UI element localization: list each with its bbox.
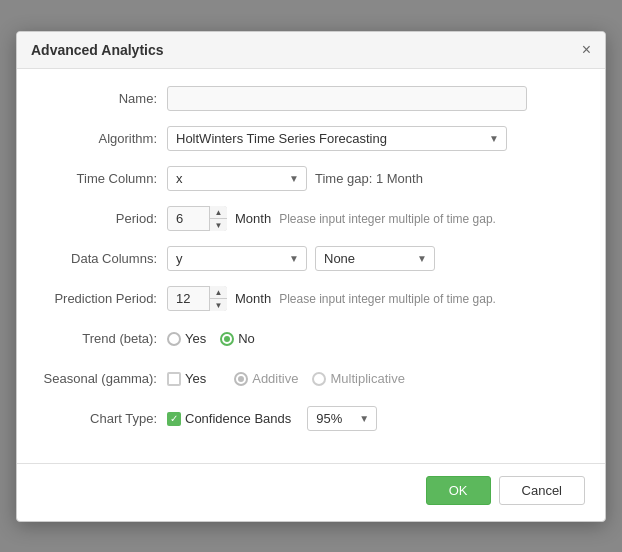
trend-no-radio[interactable] (220, 332, 234, 346)
seasonal-multiplicative-label[interactable]: Multiplicative (312, 371, 404, 386)
seasonal-additive-text: Additive (252, 371, 298, 386)
seasonal-type-group: Additive Multiplicative (234, 371, 405, 386)
time-column-select[interactable]: x (167, 166, 307, 191)
title-bar: Advanced Analytics × (17, 32, 605, 69)
algorithm-label: Algorithm: (37, 131, 167, 146)
seasonal-multiplicative-text: Multiplicative (330, 371, 404, 386)
period-hint: Please input integer multiple of time ga… (279, 212, 496, 226)
trend-yes-text: Yes (185, 331, 206, 346)
seasonal-additive-label[interactable]: Additive (234, 371, 298, 386)
period-spinner-arrows: ▲ ▼ (209, 206, 227, 231)
seasonal-control: Yes Additive Multiplicative (167, 371, 585, 386)
chart-type-label: Chart Type: (37, 411, 167, 426)
dialog-footer: OK Cancel (17, 463, 605, 521)
chart-type-control: Confidence Bands 95% 90% 99% ▼ (167, 406, 585, 431)
data-columns-row: Data Columns: y ▼ None ▼ (37, 245, 585, 273)
period-spinner: ▲ ▼ (167, 206, 227, 231)
trend-row: Trend (beta): Yes No (37, 325, 585, 353)
seasonal-yes-text: Yes (185, 371, 206, 386)
data-columns-label: Data Columns: (37, 251, 167, 266)
confidence-pct-select[interactable]: 95% 90% 99% (307, 406, 377, 431)
period-control: ▲ ▼ Month Please input integer multiple … (167, 206, 585, 231)
seasonal-multiplicative-radio[interactable] (312, 372, 326, 386)
algorithm-select[interactable]: HoltWinters Time Series Forecasting (167, 126, 507, 151)
time-column-select-wrapper: x ▼ (167, 166, 307, 191)
dialog-title: Advanced Analytics (31, 42, 164, 58)
prediction-up-arrow[interactable]: ▲ (210, 286, 227, 299)
trend-yes-radio[interactable] (167, 332, 181, 346)
trend-label: Trend (beta): (37, 331, 167, 346)
prediction-control: ▲ ▼ Month Please input integer multiple … (167, 286, 585, 311)
close-button[interactable]: × (582, 42, 591, 58)
name-input[interactable] (167, 86, 527, 111)
cancel-button[interactable]: Cancel (499, 476, 585, 505)
data-column-select-wrapper: y ▼ (167, 246, 307, 271)
seasonal-label: Seasonal (gamma): (37, 371, 167, 386)
trend-control: Yes No (167, 331, 585, 346)
prediction-row: Prediction Period: ▲ ▼ Month Please inpu… (37, 285, 585, 313)
period-down-arrow[interactable]: ▼ (210, 219, 227, 231)
prediction-unit: Month (235, 291, 271, 306)
none-select[interactable]: None (315, 246, 435, 271)
seasonal-additive-radio[interactable] (234, 372, 248, 386)
prediction-label: Prediction Period: (37, 291, 167, 306)
prediction-spinner: ▲ ▼ (167, 286, 227, 311)
ok-button[interactable]: OK (426, 476, 491, 505)
data-column-select[interactable]: y (167, 246, 307, 271)
time-column-control: x ▼ Time gap: 1 Month (167, 166, 585, 191)
seasonal-row: Seasonal (gamma): Yes Additive Multiplic… (37, 365, 585, 393)
algorithm-select-wrapper: HoltWinters Time Series Forecasting ▼ (167, 126, 507, 151)
time-column-label: Time Column: (37, 171, 167, 186)
confidence-bands-checkbox[interactable] (167, 412, 181, 426)
period-up-arrow[interactable]: ▲ (210, 206, 227, 219)
confidence-bands-label[interactable]: Confidence Bands (167, 411, 291, 426)
none-select-wrapper: None ▼ (315, 246, 435, 271)
period-unit: Month (235, 211, 271, 226)
name-label: Name: (37, 91, 167, 106)
confidence-bands-text: Confidence Bands (185, 411, 291, 426)
confidence-pct-select-wrapper: 95% 90% 99% ▼ (307, 406, 377, 431)
prediction-hint: Please input integer multiple of time ga… (279, 292, 496, 306)
prediction-spinner-arrows: ▲ ▼ (209, 286, 227, 311)
seasonal-yes-checkbox[interactable] (167, 372, 181, 386)
algorithm-control: HoltWinters Time Series Forecasting ▼ (167, 126, 585, 151)
algorithm-row: Algorithm: HoltWinters Time Series Forec… (37, 125, 585, 153)
name-row: Name: (37, 85, 585, 113)
advanced-analytics-dialog: Advanced Analytics × Name: Algorithm: Ho… (16, 31, 606, 522)
period-label: Period: (37, 211, 167, 226)
prediction-down-arrow[interactable]: ▼ (210, 299, 227, 311)
time-gap-text: Time gap: 1 Month (315, 171, 423, 186)
trend-yes-label[interactable]: Yes (167, 331, 206, 346)
trend-radio-group: Yes No (167, 331, 255, 346)
seasonal-yes-label[interactable]: Yes (167, 371, 206, 386)
name-control (167, 86, 585, 111)
period-row: Period: ▲ ▼ Month Please input integer m… (37, 205, 585, 233)
data-columns-control: y ▼ None ▼ (167, 246, 585, 271)
time-column-row: Time Column: x ▼ Time gap: 1 Month (37, 165, 585, 193)
trend-no-label[interactable]: No (220, 331, 255, 346)
dialog-body: Name: Algorithm: HoltWinters Time Series… (17, 69, 605, 455)
trend-no-text: No (238, 331, 255, 346)
chart-type-row: Chart Type: Confidence Bands 95% 90% 99%… (37, 405, 585, 433)
